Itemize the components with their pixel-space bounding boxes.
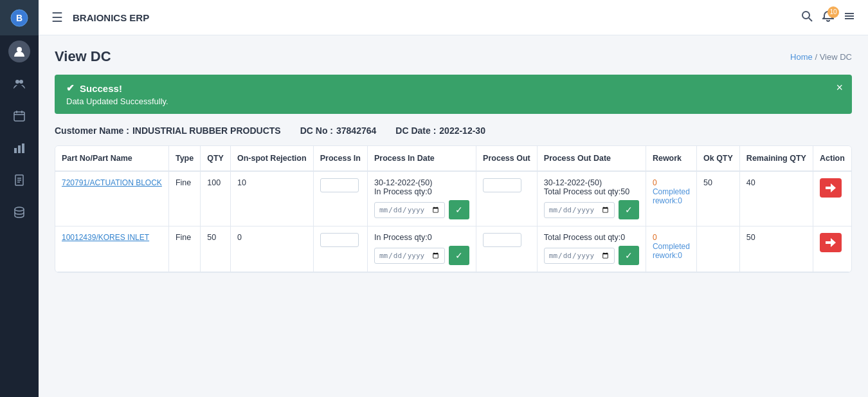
process-out-qty: Total Process out qty:0 <box>544 233 639 242</box>
process-out-date-row: ✓ <box>544 246 639 265</box>
search-icon[interactable] <box>801 10 813 25</box>
breadcrumb-current: View DC <box>820 52 852 62</box>
menu-toggle[interactable]: ☰ <box>51 10 63 25</box>
sidebar-icon-calendar[interactable] <box>0 100 39 132</box>
customer-label: Customer Name : <box>55 125 129 136</box>
svg-line-18 <box>809 18 812 21</box>
action-cell <box>813 171 852 226</box>
rework-value: 0 <box>653 178 690 187</box>
check-icon: ✔ <box>66 82 75 94</box>
table-row: 10012439/KORES INLET Fine 50 0 In Proces… <box>55 226 851 272</box>
process-in-qty: In Process qty:0 <box>374 233 469 242</box>
th-process-in-date: Process In Date <box>367 146 476 171</box>
part-no-link[interactable]: 720791/ACTUATION BLOCK <box>62 178 162 187</box>
notification-badge: 10 <box>827 6 839 18</box>
alert-title: ✔ Success! <box>66 82 840 94</box>
part-no-link[interactable]: 10012439/KORES INLET <box>62 233 149 242</box>
dc-date-info: DC Date : 2022-12-30 <box>395 125 485 136</box>
process-in-check-button[interactable]: ✓ <box>449 246 469 265</box>
process-out-date-input[interactable] <box>544 202 615 218</box>
sidebar: B <box>0 0 39 397</box>
rework-completed: Completed <box>653 187 690 196</box>
table-header-row: Part No/Part Name Type QTY On-spot Rejec… <box>55 146 851 171</box>
alert-close-button[interactable]: × <box>836 81 843 95</box>
sidebar-icon-document[interactable] <box>0 164 39 196</box>
success-alert: ✔ Success! Data Updated Successfully. × <box>55 75 852 114</box>
process-in-check-button[interactable]: ✓ <box>449 200 469 219</box>
sidebar-user-avatar[interactable] <box>0 35 39 68</box>
ok-qty-cell <box>696 226 739 272</box>
process-in-qty: In Process qty:0 <box>374 187 469 196</box>
qty-cell: 100 <box>201 171 231 226</box>
action-cell <box>813 226 852 272</box>
dc-no-label: DC No : <box>300 125 333 136</box>
ok-qty-cell: 50 <box>696 171 739 226</box>
process-out-date-cell: Total Process out qty:0 ✓ <box>537 226 646 272</box>
table-row: 720791/ACTUATION BLOCK Fine 100 10 30-12… <box>55 171 851 226</box>
alert-message: Data Updated Successfully. <box>66 97 840 106</box>
th-ok-qty: Ok QTY <box>696 146 739 171</box>
on-spot-cell: 0 <box>230 226 313 272</box>
th-part-no: Part No/Part Name <box>55 146 168 171</box>
content-area: View DC Home / View DC ✔ Success! Data U… <box>39 35 868 397</box>
sidebar-icon-chart[interactable] <box>0 132 39 164</box>
process-in-date-input[interactable] <box>374 202 445 218</box>
th-qty: QTY <box>201 146 231 171</box>
type-cell: Fine <box>168 171 200 226</box>
process-in-cell[interactable] <box>313 226 367 272</box>
settings-icon[interactable] <box>844 10 855 25</box>
process-out-input[interactable] <box>483 233 521 247</box>
rework-cell: 0 Completed rework:0 <box>646 171 696 226</box>
th-on-spot: On-spot Rejection <box>230 146 313 171</box>
customer-name-info: Customer Name : INDUSTRIAL RUBBER PRODUC… <box>55 125 281 136</box>
process-out-date-input[interactable] <box>544 248 615 264</box>
dc-no-value: 37842764 <box>336 125 376 136</box>
sidebar-icon-database[interactable] <box>0 196 39 228</box>
part-no-cell: 720791/ACTUATION BLOCK <box>55 171 168 226</box>
dc-table: Part No/Part Name Type QTY On-spot Rejec… <box>55 146 851 272</box>
process-out-date-label: 30-12-2022-(50) <box>544 178 639 187</box>
process-out-date-cell: 30-12-2022-(50) Total Process out qty:50… <box>537 171 646 226</box>
dc-date-label: DC Date : <box>395 125 436 136</box>
svg-point-16 <box>15 207 24 211</box>
rework-value: 0 <box>653 233 690 242</box>
process-in-cell[interactable] <box>313 171 367 226</box>
remaining-qty-cell: 50 <box>739 226 813 272</box>
svg-rect-11 <box>22 143 24 153</box>
process-out-date-row: ✓ <box>544 200 639 219</box>
process-in-input[interactable] <box>320 233 359 247</box>
action-button[interactable] <box>820 178 842 198</box>
svg-point-3 <box>15 80 19 84</box>
rework-cell: 0 Completed rework:0 <box>646 226 696 272</box>
th-process-out: Process Out <box>476 146 538 171</box>
qty-cell: 50 <box>201 226 231 272</box>
app-name: BRAIONICS ERP <box>73 12 801 23</box>
process-out-input[interactable] <box>483 178 521 192</box>
svg-point-4 <box>19 80 23 84</box>
process-in-date-row: ✓ <box>374 246 469 265</box>
type-cell: Fine <box>168 226 200 272</box>
process-out-cell[interactable] <box>476 226 538 272</box>
process-in-input[interactable] <box>320 178 359 192</box>
action-button[interactable] <box>820 233 842 252</box>
th-process-in: Process In <box>313 146 367 171</box>
sidebar-icon-group[interactable] <box>0 68 39 100</box>
rework-completed: Completed <box>653 242 690 251</box>
process-out-cell[interactable] <box>476 171 538 226</box>
svg-rect-10 <box>18 145 21 153</box>
th-process-out-date: Process Out Date <box>537 146 646 171</box>
notification-icon[interactable]: 10 <box>822 10 834 25</box>
topbar-icons: 10 <box>801 10 855 25</box>
rework-label: rework:0 <box>653 196 690 205</box>
breadcrumb-separator: / <box>815 52 817 62</box>
info-row: Customer Name : INDUSTRIAL RUBBER PRODUC… <box>55 125 852 136</box>
process-in-date-cell: 30-12-2022-(50) In Process qty:0 ✓ <box>367 171 476 226</box>
process-out-check-button[interactable]: ✓ <box>619 246 639 265</box>
page-header: View DC Home / View DC <box>55 48 852 65</box>
table-container: Part No/Part Name Type QTY On-spot Rejec… <box>55 145 852 273</box>
breadcrumb-home[interactable]: Home <box>790 52 813 62</box>
process-out-check-button[interactable]: ✓ <box>619 200 639 219</box>
process-in-date-input[interactable] <box>374 248 445 264</box>
th-rework: Rework <box>646 146 696 171</box>
breadcrumb: Home / View DC <box>790 52 852 62</box>
